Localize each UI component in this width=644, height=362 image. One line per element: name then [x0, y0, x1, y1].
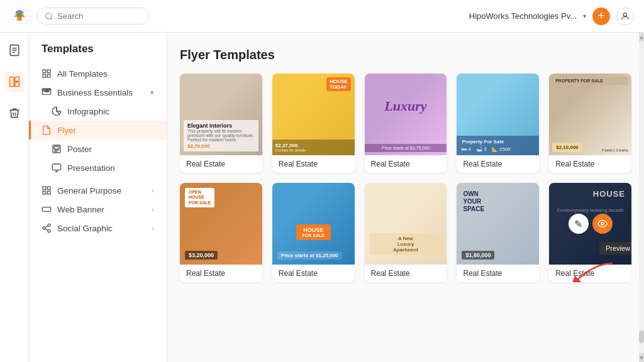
chevron-icon: ▾ — [150, 89, 154, 97]
template-card-7[interactable]: HOUSE FOR SALE Price starts at $1,25,000… — [272, 183, 355, 282]
sidebar-item-infographic[interactable]: Infographic — [29, 102, 167, 121]
svg-rect-11 — [43, 70, 46, 73]
sidebar-item-general-purpose[interactable]: General Purpose › — [29, 181, 167, 200]
card-badge-2: HOUSETODAY — [326, 77, 350, 91]
sidebar-icon-trash[interactable] — [4, 103, 25, 123]
presentation-label: Presentation — [67, 163, 115, 173]
card-thumbnail-4: Property For Sale 🛏 4 🛁 3 📐 2500 — [457, 74, 539, 155]
content-title: Flyer Templates — [180, 48, 631, 62]
chevron-down-icon: ▾ — [583, 13, 586, 19]
company-name: HipoWorks Technologies Pv... — [469, 11, 577, 21]
template-card-1[interactable]: Elegant Interiors This property will fil… — [180, 74, 262, 173]
flyer-icon — [42, 125, 52, 135]
card-thumbnail-6: OPENHOUSEFOR SALE $3,20,000 — [180, 183, 262, 265]
scroll-thumb[interactable] — [639, 331, 644, 343]
topbar-right: HipoWorks Technologies Pv... ▾ + — [469, 8, 634, 25]
template-card-6[interactable]: OPENHOUSEFOR SALE $3,20,000 Real Estate — [180, 183, 262, 282]
sidebar-item-web-banner[interactable]: Web Banner › — [29, 200, 167, 219]
svg-rect-14 — [47, 74, 50, 77]
svg-rect-12 — [47, 70, 50, 73]
svg-line-34 — [45, 229, 48, 231]
presentation-icon — [52, 163, 62, 173]
template-card-2[interactable]: HOUSETODAY $2,37,000 Contact for details… — [272, 74, 355, 173]
flyer-label: Flyer — [57, 126, 76, 135]
svg-point-1 — [17, 13, 22, 18]
card-label-3: Real Estate — [365, 155, 447, 173]
template-card-10[interactable]: HOUSE Contemporary building facade ✎ Rea… — [549, 183, 631, 282]
card-thumbnail-9: OWNYOURSPACE $1,80,000 — [457, 183, 539, 265]
icon-sidebar — [0, 33, 29, 362]
preview-button-10[interactable] — [592, 214, 613, 234]
template-icon — [8, 75, 21, 88]
search-input[interactable] — [57, 11, 133, 21]
web-banner-icon — [42, 204, 52, 214]
pie-icon — [52, 106, 62, 116]
sidebar-icon-document[interactable] — [4, 40, 25, 60]
svg-rect-28 — [43, 191, 46, 194]
svg-rect-27 — [47, 187, 50, 190]
user-button[interactable] — [616, 8, 634, 25]
sidebar-item-business-essentials[interactable]: Business Essentials ▾ — [29, 83, 167, 102]
template-card-3[interactable]: Luxury Price starts at $3,75,000 Real Es… — [365, 74, 447, 173]
card-thumbnail-1: Elegant Interiors This property will fil… — [180, 74, 262, 155]
add-button[interactable]: + — [592, 8, 610, 25]
nav-sidebar: Templates All Templates Business Essenti… — [29, 33, 167, 362]
trash-icon — [8, 107, 21, 119]
preview-tooltip: Preview — [599, 242, 631, 255]
card-label-4: Real Estate — [457, 155, 539, 173]
edit-button-10[interactable]: ✎ — [569, 214, 589, 234]
card-thumbnail-2: HOUSETODAY $2,37,000 Contact for details — [272, 74, 355, 155]
template-card-8[interactable]: A NewLuxuryApartment Real Estate — [365, 183, 447, 282]
scroll-down-button[interactable]: ▼ — [639, 353, 644, 362]
svg-point-2 — [46, 13, 52, 18]
social-graphic-label: Social Graphic — [57, 224, 113, 233]
sidebar-item-presentation[interactable]: Presentation — [29, 158, 167, 177]
svg-rect-17 — [46, 89, 50, 90]
search-icon — [45, 12, 53, 21]
template-card-9[interactable]: OWNYOURSPACE $1,80,000 Real Estate — [457, 183, 539, 282]
svg-point-32 — [43, 227, 45, 229]
template-card-5[interactable]: PROPERTY FOR SALE $2,10,000 4 beds | 3 b… — [549, 74, 631, 173]
scroll-up-button[interactable]: ▲ — [639, 33, 644, 41]
card-label-5: Real Estate — [549, 155, 631, 173]
card-thumbnail-7: HOUSE FOR SALE Price starts at $1,25,000 — [272, 183, 355, 265]
svg-rect-9 — [14, 77, 19, 82]
sidebar-item-social-graphic[interactable]: Social Graphic › — [29, 219, 167, 238]
template-card-4[interactable]: Property For Sale 🛏 4 🛁 3 📐 2500 Real Es… — [457, 74, 539, 173]
all-templates-label: All Templates — [57, 69, 108, 79]
svg-rect-18 — [46, 91, 49, 92]
grid-icon — [42, 69, 52, 79]
svg-point-33 — [48, 230, 50, 233]
svg-rect-16 — [43, 89, 45, 91]
general-purpose-label: General Purpose — [57, 186, 121, 195]
chevron-icon-2: › — [152, 187, 154, 194]
general-icon — [42, 185, 52, 195]
svg-rect-26 — [43, 187, 46, 190]
document-icon — [8, 44, 21, 57]
svg-rect-10 — [14, 82, 19, 87]
app-logo[interactable] — [10, 6, 29, 27]
web-banner-label: Web Banner — [57, 205, 104, 214]
svg-rect-23 — [52, 164, 60, 170]
svg-rect-13 — [43, 74, 46, 77]
sidebar-item-all-templates[interactable]: All Templates — [29, 64, 167, 83]
card-label-9: Real Estate — [457, 265, 539, 282]
card-label-7: Real Estate — [272, 265, 355, 282]
svg-rect-29 — [47, 191, 50, 194]
sidebar-item-poster[interactable]: Poster — [29, 140, 167, 158]
svg-point-31 — [48, 224, 50, 226]
sidebar-icon-template[interactable] — [4, 72, 25, 92]
card-label-8: Real Estate — [365, 265, 447, 282]
scroll-track[interactable]: ▲ ▼ — [639, 33, 644, 362]
search-box[interactable] — [36, 8, 150, 25]
chevron-icon-3: › — [152, 206, 154, 213]
infographic-label: Infographic — [67, 107, 109, 116]
card-thumbnail-8: A NewLuxuryApartment — [365, 183, 447, 265]
content-area: Flyer Templates Elegant Interiors This p… — [167, 33, 644, 362]
card-thumbnail-5: PROPERTY FOR SALE $2,10,000 4 beds | 3 b… — [549, 74, 631, 155]
user-icon — [620, 11, 630, 21]
sidebar-item-flyer[interactable]: Flyer — [29, 121, 167, 140]
svg-rect-8 — [9, 77, 14, 87]
card-label-6: Real Estate — [180, 265, 262, 282]
svg-rect-20 — [54, 146, 59, 149]
